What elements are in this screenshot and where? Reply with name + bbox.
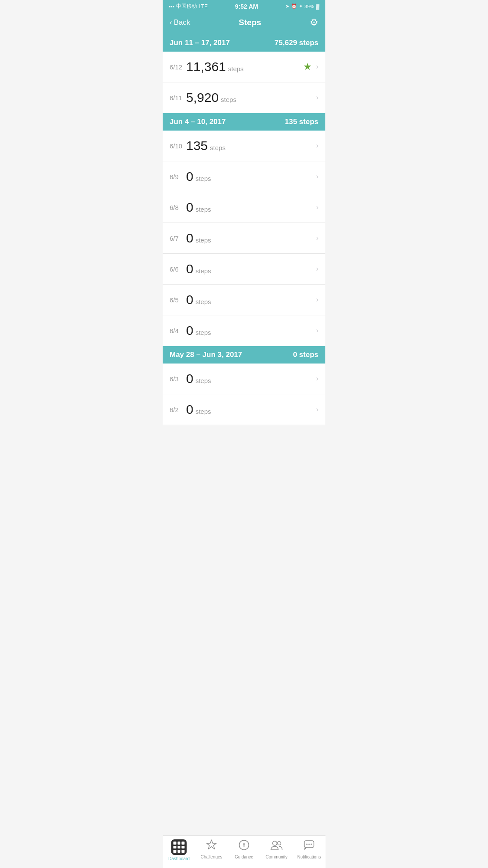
- day-row[interactable]: 6/6 0 steps ›: [163, 254, 325, 285]
- week-header-3: May 28 – Jun 3, 2017 0 steps: [163, 346, 325, 364]
- day-date: 6/10: [170, 142, 186, 150]
- network-label: LTE: [199, 3, 208, 10]
- location-icon: ➤: [285, 3, 289, 9]
- day-steps: 5,920 steps: [186, 90, 316, 105]
- steps-label: steps: [196, 267, 211, 275]
- day-date: 6/5: [170, 296, 186, 304]
- day-steps: 135 steps: [186, 138, 316, 153]
- status-left: ▪▪▪ 中国移动 LTE: [169, 3, 208, 10]
- steps-number: 0: [186, 371, 193, 386]
- day-steps: 11,361 steps: [186, 59, 303, 74]
- carrier-label: 中国移动: [176, 3, 197, 10]
- day-date: 6/3: [170, 375, 186, 383]
- day-date: 6/12: [170, 63, 186, 71]
- battery-label: 39%: [305, 4, 314, 9]
- steps-number: 0: [186, 169, 193, 184]
- chevron-right-icon: ›: [316, 142, 318, 150]
- content-area: Jun 11 – 17, 2017 75,629 steps 6/12 11,3…: [163, 34, 325, 460]
- week-label-2: Jun 4 – 10, 2017: [170, 118, 226, 126]
- steps-number: 0: [186, 200, 193, 215]
- chevron-right-icon: ›: [316, 203, 318, 211]
- steps-number: 11,361: [186, 59, 226, 74]
- chevron-right-icon: ›: [316, 234, 318, 242]
- day-date: 6/6: [170, 265, 186, 273]
- bluetooth-icon: ✦: [299, 3, 303, 9]
- week-label-1: Jun 11 – 17, 2017: [170, 39, 230, 47]
- steps-label: steps: [196, 329, 211, 336]
- day-row[interactable]: 6/8 0 steps ›: [163, 192, 325, 223]
- day-row[interactable]: 6/2 0 steps ›: [163, 394, 325, 425]
- day-date: 6/11: [170, 94, 186, 102]
- day-steps: 0 steps: [186, 371, 316, 386]
- settings-button[interactable]: ⚙: [310, 17, 318, 28]
- day-date: 6/4: [170, 327, 186, 334]
- back-label: Back: [174, 18, 190, 27]
- steps-label: steps: [221, 96, 236, 103]
- chevron-right-icon: ›: [316, 327, 318, 334]
- chevron-right-icon: ›: [316, 296, 318, 304]
- week-total-1: 75,629 steps: [275, 39, 318, 47]
- week-header-1: Jun 11 – 17, 2017 75,629 steps: [163, 34, 325, 52]
- week-label-3: May 28 – Jun 3, 2017: [170, 350, 242, 359]
- day-steps: 0 steps: [186, 231, 316, 246]
- status-time: 9:52 AM: [235, 3, 258, 10]
- week-total-3: 0 steps: [293, 350, 318, 359]
- star-icon: ★: [303, 61, 312, 72]
- signal-icon: ▪▪▪: [169, 3, 174, 10]
- steps-label: steps: [196, 408, 211, 415]
- steps-label: steps: [210, 144, 226, 151]
- day-icons: ›: [316, 203, 318, 211]
- day-icons: ›: [316, 173, 318, 180]
- day-steps: 0 steps: [186, 323, 316, 338]
- alarm-icon: ⏰: [291, 3, 297, 9]
- day-icons: ›: [316, 94, 318, 102]
- day-icons: ›: [316, 142, 318, 150]
- day-icons: ›: [316, 375, 318, 383]
- week-total-2: 135 steps: [285, 118, 319, 126]
- day-steps: 0 steps: [186, 402, 316, 417]
- steps-number: 0: [186, 231, 193, 246]
- status-right: ➤ ⏰ ✦ 39% ▓: [285, 3, 319, 9]
- back-button[interactable]: ‹ Back: [170, 18, 190, 27]
- steps-number: 5,920: [186, 90, 219, 105]
- day-steps: 0 steps: [186, 200, 316, 215]
- day-icons: ›: [316, 234, 318, 242]
- steps-label: steps: [196, 206, 211, 213]
- day-row[interactable]: 6/11 5,920 steps ›: [163, 82, 325, 113]
- day-row[interactable]: 6/4 0 steps ›: [163, 315, 325, 346]
- week-header-2: Jun 4 – 10, 2017 135 steps: [163, 113, 325, 131]
- day-icons: ›: [316, 265, 318, 273]
- day-row[interactable]: 6/3 0 steps ›: [163, 364, 325, 394]
- nav-bar: ‹ Back Steps ⚙: [163, 13, 325, 34]
- chevron-right-icon: ›: [316, 173, 318, 180]
- day-steps: 0 steps: [186, 292, 316, 307]
- steps-number: 0: [186, 402, 193, 417]
- day-row[interactable]: 6/12 11,361 steps ★ ›: [163, 52, 325, 82]
- day-icons: ★ ›: [303, 61, 318, 72]
- steps-label: steps: [228, 65, 244, 72]
- steps-label: steps: [196, 377, 211, 384]
- steps-number: 0: [186, 292, 193, 307]
- day-row[interactable]: 6/7 0 steps ›: [163, 223, 325, 254]
- day-steps: 0 steps: [186, 169, 316, 184]
- day-row[interactable]: 6/9 0 steps ›: [163, 161, 325, 192]
- steps-number: 0: [186, 323, 193, 338]
- steps-number: 135: [186, 138, 208, 153]
- steps-label: steps: [196, 175, 211, 182]
- chevron-right-icon: ›: [316, 265, 318, 273]
- page-title: Steps: [239, 18, 261, 27]
- day-row[interactable]: 6/5 0 steps ›: [163, 285, 325, 315]
- chevron-right-icon: ›: [316, 94, 318, 102]
- day-icons: ›: [316, 327, 318, 334]
- day-row[interactable]: 6/10 135 steps ›: [163, 131, 325, 161]
- day-steps: 0 steps: [186, 262, 316, 276]
- steps-number: 0: [186, 262, 193, 276]
- chevron-right-icon: ›: [316, 375, 318, 383]
- day-date: 6/9: [170, 173, 186, 180]
- chevron-right-icon: ›: [316, 406, 318, 413]
- steps-label: steps: [196, 236, 211, 244]
- battery-icon: ▓: [316, 4, 319, 9]
- day-date: 6/7: [170, 235, 186, 242]
- status-bar: ▪▪▪ 中国移动 LTE 9:52 AM ➤ ⏰ ✦ 39% ▓: [163, 0, 325, 13]
- chevron-left-icon: ‹: [170, 18, 172, 27]
